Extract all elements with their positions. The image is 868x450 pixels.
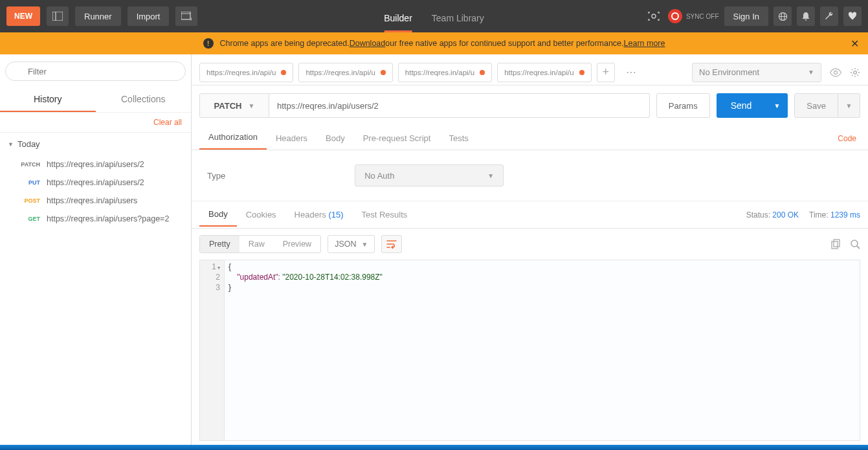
code-link[interactable]: Code <box>834 128 860 150</box>
request-tab[interactable]: https://reqres.in/api/u <box>398 63 492 82</box>
banner-close-button[interactable]: ✕ <box>851 38 859 50</box>
add-tab-button[interactable]: + <box>597 63 615 82</box>
params-button[interactable]: Params <box>656 93 710 118</box>
globe-icon <box>778 12 788 21</box>
unsaved-dot-icon <box>381 70 386 75</box>
status-meta: Status: 200 OK <box>746 210 799 219</box>
url-input[interactable] <box>269 93 650 118</box>
view-raw[interactable]: Raw <box>239 236 274 253</box>
sync-icon <box>668 9 682 23</box>
quick-look-button[interactable] <box>829 68 842 77</box>
eye-icon <box>829 68 842 77</box>
response-tabs: Body Cookies Headers (15) Test Results S… <box>192 201 868 229</box>
filter-input[interactable] <box>5 62 186 81</box>
auth-type-select[interactable]: No Auth ▼ <box>355 164 504 186</box>
tab-prerequest[interactable]: Pre-request Script <box>354 127 440 150</box>
svg-point-15 <box>851 240 858 247</box>
svg-point-5 <box>652 14 656 18</box>
history-item[interactable]: PUThttps://reqres.in/api/users/2 <box>0 174 191 192</box>
bell-icon <box>801 12 810 21</box>
tab-req-body[interactable]: Body <box>317 127 354 150</box>
content-area: https://reqres.in/api/uhttps://reqres.in… <box>192 54 868 445</box>
auth-panel: Type No Auth ▼ <box>192 150 868 201</box>
chevron-down-icon: ▼ <box>808 69 814 76</box>
tab-history[interactable]: History <box>0 87 96 112</box>
tab-overflow-button[interactable]: ⋯ <box>620 63 642 82</box>
request-tab[interactable]: https://reqres.in/api/u <box>298 63 392 82</box>
deprecation-banner: ! Chrome apps are being deprecated. Down… <box>0 32 868 54</box>
svg-point-12 <box>854 71 857 74</box>
request-tab[interactable]: https://reqres.in/api/u <box>199 63 293 82</box>
import-button[interactable]: Import <box>128 6 170 26</box>
save-dropdown-button[interactable]: ▼ <box>838 93 860 118</box>
method-select[interactable]: PATCH ▼ <box>199 93 269 118</box>
send-button[interactable]: Send <box>717 93 766 118</box>
response-view-toolbar: Pretty Raw Preview JSON ▼ <box>192 229 868 260</box>
view-pretty[interactable]: Pretty <box>200 236 239 253</box>
environment-select[interactable]: No Environment ▼ <box>692 63 821 82</box>
headers-count: (15) <box>328 210 343 219</box>
format-select[interactable]: JSON ▼ <box>328 235 375 253</box>
history-item[interactable]: GEThttps://reqres.in/api/users?page=2 <box>0 210 191 228</box>
env-settings-button[interactable] <box>850 67 860 78</box>
request-tab-label: https://reqres.in/api/u <box>306 69 375 76</box>
tab-tests[interactable]: Tests <box>440 127 477 150</box>
clear-all-link[interactable]: Clear all <box>0 113 191 133</box>
notifications-button[interactable] <box>797 6 815 26</box>
history-item[interactable]: PATCHhttps://reqres.in/api/users/2 <box>0 155 191 174</box>
history-url: https://reqres.in/api/users/2 <box>47 178 144 187</box>
history-url: https://reqres.in/api/users/2 <box>47 160 144 169</box>
chevron-down-icon: ▼ <box>773 102 780 109</box>
new-button[interactable]: NEW <box>6 6 40 26</box>
tab-builder[interactable]: Builder <box>384 13 412 32</box>
tab-resp-tests[interactable]: Test Results <box>353 203 417 226</box>
time-value: 1239 ms <box>830 210 860 219</box>
unsaved-dot-icon <box>281 70 286 75</box>
send-dropdown-button[interactable]: ▼ <box>766 93 788 118</box>
globe-button[interactable] <box>773 6 792 26</box>
top-toolbar: NEW Runner Import + Builder Team Library… <box>0 0 868 32</box>
svg-rect-0 <box>52 12 63 21</box>
footer-strip <box>0 445 868 450</box>
banner-download-link[interactable]: Download <box>350 39 386 48</box>
history-item[interactable]: POSThttps://reqres.in/api/users <box>0 192 191 210</box>
heart-button[interactable] <box>843 6 862 26</box>
request-tab-label: https://reqres.in/api/u <box>206 69 276 76</box>
sidebar-icon <box>52 12 63 21</box>
banner-learn-link[interactable]: Learn more <box>624 39 665 48</box>
tab-req-headers[interactable]: Headers <box>267 127 317 150</box>
copy-button[interactable] <box>831 239 841 249</box>
wrench-icon <box>824 12 834 21</box>
view-preview[interactable]: Preview <box>274 236 320 253</box>
search-response-button[interactable] <box>850 239 860 249</box>
sign-in-button[interactable]: Sign In <box>724 6 768 26</box>
new-window-button[interactable]: + <box>175 6 197 26</box>
toggle-sidebar-button[interactable] <box>47 6 69 26</box>
chevron-down-icon: ▼ <box>248 102 254 109</box>
request-tab[interactable]: https://reqres.in/api/u <box>497 63 591 82</box>
tab-collections[interactable]: Collections <box>96 87 192 112</box>
sync-status[interactable]: SYNC OFF <box>668 9 719 23</box>
tab-authorization[interactable]: Authorization <box>199 126 267 150</box>
save-button[interactable]: Save <box>794 93 838 118</box>
status-value: 200 OK <box>772 210 799 219</box>
history-group-header[interactable]: ▼ Today <box>0 133 191 155</box>
code-body[interactable]: { "updatedAt": "2020-10-28T14:02:38.998Z… <box>225 260 860 440</box>
svg-rect-2 <box>181 12 190 19</box>
tab-resp-headers[interactable]: Headers (15) <box>285 203 353 226</box>
tab-team-library[interactable]: Team Library <box>432 13 484 32</box>
gear-icon <box>850 67 860 78</box>
time-meta: Time: 1239 ms <box>809 210 860 219</box>
line-wrap-button[interactable] <box>381 235 402 253</box>
settings-button[interactable] <box>820 6 838 26</box>
runner-button[interactable]: Runner <box>75 6 121 26</box>
auth-type-label: Type <box>207 171 225 181</box>
code-gutter: 123 <box>200 260 225 440</box>
capture-button[interactable] <box>645 6 663 26</box>
history-method: PUT <box>18 179 40 186</box>
auth-type-value: No Auth <box>364 171 394 181</box>
tab-resp-body[interactable]: Body <box>199 203 237 227</box>
copy-icon <box>831 239 841 249</box>
tab-resp-cookies[interactable]: Cookies <box>237 203 285 226</box>
sync-label: SYNC OFF <box>686 13 719 20</box>
